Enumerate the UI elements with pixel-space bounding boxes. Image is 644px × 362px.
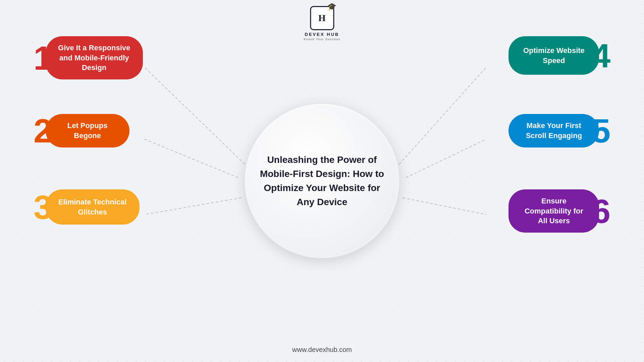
- svg-line-3: [399, 67, 486, 164]
- logo-cap: 🎓: [327, 2, 336, 11]
- svg-line-4: [406, 139, 486, 178]
- item-1-label: Give It a Responsive and Mobile-Friendly…: [57, 43, 131, 73]
- item-4-number: 4: [592, 39, 610, 72]
- svg-line-2: [144, 198, 241, 215]
- item-1: 1 Give It a Responsive and Mobile-Friend…: [34, 36, 143, 79]
- item-2-label: Let Popups Begone: [57, 121, 118, 140]
- item-2: 2 Let Popups Begone: [34, 114, 129, 147]
- item-5: 5 Make Your First Scroll Engaging: [508, 114, 610, 147]
- logo-area: H 🎓 DEVEX HUB Knock Your Success: [304, 6, 340, 41]
- svg-line-1: [144, 139, 238, 178]
- item-5-label: Make Your First Scroll Engaging: [520, 121, 587, 140]
- logo-box: H 🎓: [310, 6, 334, 30]
- item-3-number: 3: [34, 190, 52, 224]
- svg-line-5: [402, 198, 486, 215]
- item-6-number: 6: [592, 194, 610, 228]
- item-6: 6 Ensure Compatibility for All Users: [508, 189, 610, 233]
- logo-name: DEVEX HUB: [305, 32, 339, 37]
- item-4-body: Optimize Website Speed: [508, 36, 599, 75]
- item-6-label: Ensure Compatibility for All Users: [520, 196, 587, 226]
- item-3: 3 Eliminate Technical Glitches: [34, 189, 140, 225]
- item-2-number: 2: [34, 114, 52, 147]
- item-5-body: Make Your First Scroll Engaging: [508, 114, 599, 147]
- item-3-body: Eliminate Technical Glitches: [46, 189, 140, 225]
- center-circle: Unleashing the Power of Mobile-First Des…: [245, 104, 399, 258]
- item-4-label: Optimize Website Speed: [520, 46, 587, 65]
- logo-tagline: Knock Your Success: [304, 38, 340, 41]
- item-2-body: Let Popups Begone: [46, 114, 129, 147]
- item-5-number: 5: [592, 114, 610, 147]
- logo-letter: H: [318, 13, 326, 23]
- main-container: H 🎓 DEVEX HUB Knock Your Success Unleash…: [0, 0, 644, 362]
- center-title: Unleashing the Power of Mobile-First Des…: [245, 139, 399, 223]
- item-4: 4 Optimize Website Speed: [508, 36, 610, 75]
- footer-url: www.devexhub.com: [292, 346, 352, 354]
- item-6-body: Ensure Compatibility for All Users: [508, 189, 599, 233]
- item-1-body: Give It a Responsive and Mobile-Friendly…: [46, 36, 143, 79]
- item-1-number: 1: [34, 41, 52, 75]
- svg-line-0: [144, 67, 245, 164]
- item-3-label: Eliminate Technical Glitches: [57, 197, 128, 217]
